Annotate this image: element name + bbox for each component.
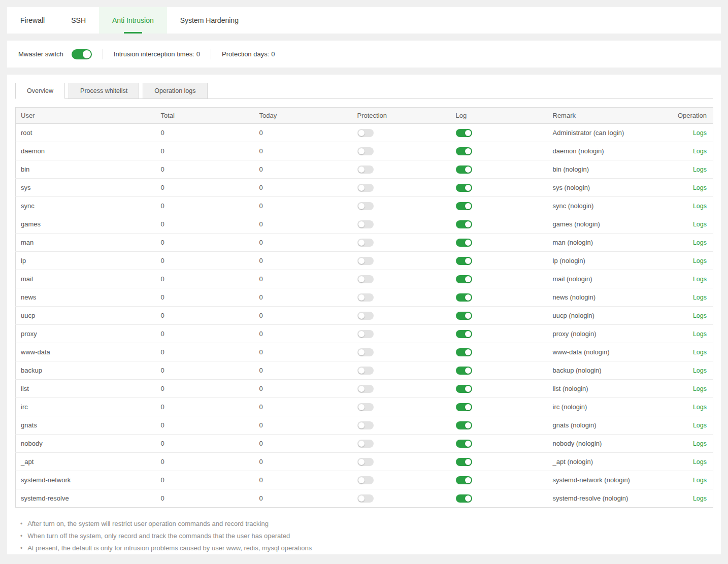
user-cell: www-data [16,343,161,361]
logs-link[interactable]: Logs [693,477,707,484]
master-switch-toggle[interactable] [72,49,92,59]
log-toggle[interactable] [456,440,472,448]
log-toggle[interactable] [456,147,472,155]
log-toggle[interactable] [456,367,472,375]
log-toggle[interactable] [456,257,472,265]
protection-toggle[interactable] [357,239,374,247]
log-toggle[interactable] [456,220,472,228]
protection-toggle[interactable] [357,257,374,265]
log-toggle[interactable] [456,494,472,503]
protection-toggle[interactable] [357,367,374,375]
log-toggle[interactable] [456,239,472,247]
logs-link[interactable]: Logs [693,239,707,246]
log-toggle[interactable] [456,275,472,283]
table-row: sys 0 0 sys (nologin) Logs [16,179,713,197]
subtab-operation-logs[interactable]: Operation logs [143,83,207,99]
log-toggle[interactable] [456,385,472,393]
protection-toggle[interactable] [357,440,374,448]
tab-ssh[interactable]: SSH [58,7,99,34]
protection-toggle[interactable] [357,494,374,503]
remark-cell: proxy (nologin) [553,325,675,343]
protection-toggle[interactable] [357,165,374,174]
logs-link[interactable]: Logs [693,422,707,429]
toggle-knob [358,313,365,319]
protection-toggle[interactable] [357,476,374,484]
logs-link[interactable]: Logs [693,166,707,173]
total-cell: 0 [161,142,259,160]
protection-toggle[interactable] [357,184,374,192]
table-row: root 0 0 Administrator (can login) Logs [16,124,713,142]
log-toggle[interactable] [456,129,472,137]
protection-toggle[interactable] [357,330,374,338]
logs-link[interactable]: Logs [693,221,707,228]
toggle-knob [465,441,471,447]
logs-link[interactable]: Logs [693,367,707,374]
tab-firewall[interactable]: Firewall [7,7,58,34]
remark-cell: sys (nologin) [553,179,675,197]
log-toggle[interactable] [456,293,472,302]
protection-toggle[interactable] [357,348,374,356]
logs-link[interactable]: Logs [693,385,707,392]
logs-link[interactable]: Logs [693,330,707,338]
total-cell: 0 [161,343,259,361]
log-toggle[interactable] [456,421,472,429]
protection-toggle[interactable] [357,403,374,411]
log-toggle[interactable] [456,403,472,411]
user-cell: _apt [16,453,161,471]
logs-link[interactable]: Logs [693,458,707,466]
remark-cell: gnats (nologin) [553,416,675,435]
protection-toggle[interactable] [357,220,374,228]
table-row: lp 0 0 lp (nologin) Logs [16,252,713,270]
remark-cell: sync (nologin) [553,197,675,215]
log-toggle[interactable] [456,348,472,356]
logs-link[interactable]: Logs [693,129,707,137]
logs-link[interactable]: Logs [693,312,707,319]
toggle-knob [465,130,471,136]
protection-toggle[interactable] [357,293,374,302]
toggle-knob [358,331,365,337]
note-item: At present, the default is only for intr… [20,542,713,554]
today-cell: 0 [259,453,357,471]
logs-link[interactable]: Logs [693,276,707,283]
tab-anti-intrusion[interactable]: Anti Intrusion [99,7,167,34]
log-toggle[interactable] [456,330,472,338]
logs-link[interactable]: Logs [693,203,707,210]
log-toggle[interactable] [456,458,472,466]
subtab-overview[interactable]: Overview [15,83,65,99]
logs-link[interactable]: Logs [693,440,707,447]
logs-link[interactable]: Logs [693,404,707,411]
logs-link[interactable]: Logs [693,349,707,356]
user-cell: root [16,124,161,142]
protection-toggle[interactable] [357,312,374,320]
today-cell: 0 [259,234,357,252]
log-toggle[interactable] [456,165,472,174]
logs-link[interactable]: Logs [693,495,707,502]
col-protection: Protection [357,108,456,124]
protection-toggle[interactable] [357,458,374,466]
logs-link[interactable]: Logs [693,184,707,191]
log-toggle[interactable] [456,312,472,320]
logs-link[interactable]: Logs [693,294,707,301]
switch-bar: Mwaster switch Intrusion interception ti… [7,41,721,68]
logs-link[interactable]: Logs [693,148,707,155]
user-cell: mail [16,270,161,288]
toggle-knob [358,167,365,173]
table-row: sync 0 0 sync (nologin) Logs [16,197,713,215]
log-toggle[interactable] [456,476,472,484]
log-toggle[interactable] [456,202,472,210]
protection-toggle[interactable] [357,421,374,429]
protection-toggle[interactable] [357,385,374,393]
protection-toggle[interactable] [357,129,374,137]
toggle-knob [465,276,471,282]
logs-link[interactable]: Logs [693,257,707,264]
protection-toggle[interactable] [357,202,374,210]
toggle-knob [465,221,471,227]
protection-toggle[interactable] [357,275,374,283]
protection-toggle[interactable] [357,147,374,155]
subtab-process-whitelist[interactable]: Process whitelist [69,83,139,99]
log-toggle[interactable] [456,184,472,192]
toggle-knob [465,167,471,173]
today-cell: 0 [259,489,357,508]
tab-system-hardening[interactable]: System Hardening [167,7,252,34]
table-row: systemd-network 0 0 systemd-network (nol… [16,471,713,489]
